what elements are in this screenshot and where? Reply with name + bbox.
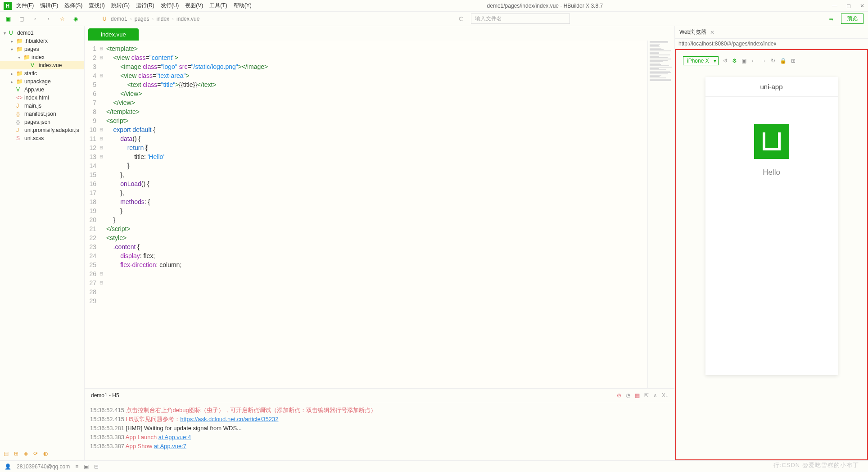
menu-item[interactable]: 运行(R) [136, 2, 154, 9]
menu-item[interactable]: 帮助(Y) [234, 2, 252, 9]
sidebar-bottom-icon[interactable]: ▤ [4, 450, 9, 457]
line-gutter[interactable]: 1234567891011121314151617181920212223242… [85, 41, 98, 388]
minimize-icon[interactable]: — [832, 3, 837, 9]
console-close-icon[interactable]: X↓ [662, 392, 668, 399]
breadcrumb-item[interactable]: pages [135, 16, 149, 22]
editor-area: index.vue 123456789101112131415161718192… [85, 26, 674, 460]
console-clear-icon[interactable]: ▦ [635, 392, 640, 399]
gear-icon[interactable]: ⚙ [732, 58, 737, 64]
statusbar: 👤 2810396740@qq.com ≡ ▣ ⊟ 行:CSDN @爱吃雪糕的小… [0, 460, 868, 472]
console-export-icon[interactable]: ⇱ [644, 392, 649, 399]
breadcrumb: U demo1› pages› index› index.vue [101, 16, 199, 22]
status-icon[interactable]: ▣ [84, 463, 89, 470]
minimap[interactable] [647, 41, 674, 388]
fold-column[interactable]: ⊟⊟⊟⊟⊟⊟⊟⊟⊟ [98, 41, 104, 388]
nav-back-icon[interactable]: ‹ [32, 16, 39, 22]
sidebar-bottom-icon[interactable]: ⊞ [14, 450, 18, 457]
wv-refresh-icon[interactable]: ↻ [771, 58, 775, 64]
wv-back-icon[interactable]: ← [751, 58, 756, 64]
sidebar-bottom-icon[interactable]: ◐ [43, 450, 48, 457]
console-output[interactable]: 15:36:52.415 点击控制台右上角debug图标（虫子），可开启断点调试… [85, 402, 674, 460]
hello-text: Hello [705, 168, 838, 177]
tree-item[interactable]: ▾Udemo1 [0, 29, 84, 37]
tree-item[interactable]: {}manifest.json [0, 110, 84, 118]
webview-tab-close-icon[interactable]: ✕ [710, 29, 714, 36]
save-icon[interactable]: ▢ [18, 16, 25, 22]
debug-icon[interactable]: ⬡ [457, 16, 465, 22]
tree-item[interactable]: {}pages.json [0, 118, 84, 126]
tree-item[interactable]: Juni.promisify.adaptor.js [0, 126, 84, 134]
console-panel: demo1 - H5 ⊘ ◔ ▦ ⇱ ∧ X↓ 15:36:52.415 点击控… [85, 388, 674, 460]
breadcrumb-item[interactable]: demo1 [111, 16, 127, 22]
webview-url[interactable]: http://localhost:8080/#/pages/index/inde… [675, 39, 868, 49]
sidebar-bottom-icon[interactable]: ⟳ [33, 450, 38, 457]
console-debug-icon[interactable]: ◔ [626, 392, 630, 399]
status-icon[interactable]: ⊟ [94, 463, 99, 470]
tree-item[interactable]: Jmain.js [0, 102, 84, 110]
file-explorer: ▾Udemo1▸📁.hbuilderx▾📁pages▾📁indexVindex.… [0, 26, 85, 460]
wv-forward-icon[interactable]: → [761, 58, 766, 64]
maximize-icon[interactable]: ◻ [846, 3, 851, 9]
webview-tab-label[interactable]: Web浏览器 [679, 28, 706, 36]
tree-item[interactable]: ▾📁index [0, 53, 84, 61]
editor-tab[interactable]: index.vue [88, 28, 139, 41]
menu-item[interactable]: 发行(U) [161, 2, 179, 9]
menu-item[interactable]: 选择(S) [64, 2, 82, 9]
menu-item[interactable]: 视图(V) [185, 2, 203, 9]
tree-item[interactable]: ▸📁unpackage [0, 77, 84, 86]
menu-item[interactable]: 工具(T) [209, 2, 227, 9]
close-icon[interactable]: ✕ [860, 3, 864, 9]
menubar: H 文件(F)编辑(E)选择(S)查找(I)跳转(G)运行(R)发行(U)视图(… [0, 0, 868, 12]
account-icon[interactable]: 👤 [5, 463, 11, 470]
phone-title: uni-app [705, 77, 838, 97]
breadcrumb-item[interactable]: index.vue [176, 16, 199, 22]
nav-forward-icon[interactable]: › [45, 16, 52, 22]
tree-item[interactable]: <>index.html [0, 94, 84, 102]
tree-item[interactable]: ▾📁pages [0, 45, 84, 53]
project-icon: U [101, 16, 108, 22]
web-preview-panel: Web浏览器 ✕ http://localhost:8080/#/pages/i… [674, 26, 868, 460]
star-icon[interactable]: ☆ [59, 16, 66, 22]
tree-item[interactable]: ▸📁static [0, 69, 84, 77]
console-up-icon[interactable]: ∧ [653, 392, 657, 399]
code-editor[interactable]: <template> <view class="content"> <image… [104, 41, 647, 388]
account-label[interactable]: 2810396740@qq.com [17, 463, 70, 470]
qr-icon[interactable]: ⊞ [791, 58, 796, 64]
screenshot-icon[interactable]: ▣ [741, 58, 746, 64]
status-icon[interactable]: ≡ [75, 463, 78, 470]
tree-item[interactable]: ▸📁.hbuilderx [0, 37, 84, 45]
toolbar: ▣ ▢ ‹ › ☆ ◉ U demo1› pages› index› index… [0, 12, 868, 26]
console-stop-icon[interactable]: ⊘ [617, 392, 621, 399]
uniapp-logo-icon [754, 124, 789, 159]
sidebar-bottom-icon[interactable]: ◈ [24, 450, 28, 457]
menu-item[interactable]: 编辑(E) [40, 2, 58, 9]
lock-icon[interactable]: 🔒 [780, 58, 787, 64]
filter-icon[interactable]: ⫬ [827, 16, 835, 22]
preview-button[interactable]: 预览 [841, 14, 863, 24]
menu-item[interactable]: 跳转(G) [111, 2, 130, 9]
menu-item[interactable]: 文件(F) [16, 2, 34, 9]
tree-item[interactable]: Vindex.vue [0, 61, 84, 69]
tree-item[interactable]: VApp.vue [0, 86, 84, 94]
watermark: 行:CSDN @爱吃雪糕的小布丁 [773, 461, 859, 469]
new-file-icon[interactable]: ▣ [5, 16, 12, 22]
reload-icon[interactable]: ↺ [723, 58, 728, 64]
tree-item[interactable]: Suni.scss [0, 134, 84, 142]
search-file-input[interactable]: 输入文件名 [471, 14, 570, 24]
app-logo: H [4, 2, 12, 10]
console-tab[interactable]: demo1 - H5 [91, 392, 119, 399]
menu-item[interactable]: 查找(I) [89, 2, 104, 9]
window-title: demo1/pages/index/index.vue - HBuilder X… [258, 3, 832, 9]
run-icon[interactable]: ◉ [72, 16, 79, 22]
device-select[interactable]: iPhone X ▾ [683, 56, 719, 65]
phone-preview: uni-app Hello [705, 77, 838, 375]
breadcrumb-item[interactable]: index [156, 16, 169, 22]
